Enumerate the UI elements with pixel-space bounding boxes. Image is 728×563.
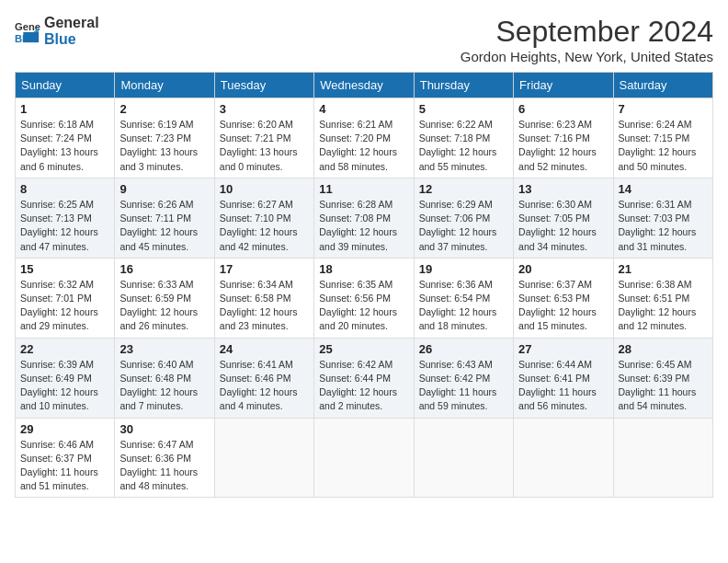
daylight-text: Daylight: 12 hours and 18 minutes.	[419, 305, 508, 333]
day-info: Sunrise: 6:36 AMSunset: 6:54 PMDaylight:…	[419, 278, 508, 334]
sunrise-text: Sunrise: 6:46 AM	[20, 438, 109, 452]
header-saturday: Saturday	[613, 73, 712, 98]
sunset-text: Sunset: 7:21 PM	[220, 132, 309, 145]
calendar-cell: 21Sunrise: 6:38 AMSunset: 6:51 PMDayligh…	[613, 258, 712, 338]
calendar-cell: 30Sunrise: 6:47 AMSunset: 6:36 PMDayligh…	[115, 418, 214, 498]
svg-text:Blue: Blue	[15, 33, 37, 44]
sunset-text: Sunset: 6:56 PM	[319, 292, 408, 305]
sunset-text: Sunset: 7:15 PM	[619, 132, 708, 145]
daylight-text: Daylight: 12 hours and 37 minutes.	[419, 225, 508, 253]
calendar-cell: 6Sunrise: 6:23 AMSunset: 7:16 PMDaylight…	[514, 98, 613, 178]
day-info: Sunrise: 6:25 AMSunset: 7:13 PMDaylight:…	[20, 198, 109, 254]
calendar-cell: 24Sunrise: 6:41 AMSunset: 6:46 PMDayligh…	[214, 338, 313, 418]
day-info: Sunrise: 6:40 AMSunset: 6:48 PMDaylight:…	[119, 358, 209, 414]
daylight-text: Daylight: 12 hours and 42 minutes.	[220, 225, 309, 253]
day-info: Sunrise: 6:24 AMSunset: 7:15 PMDaylight:…	[619, 118, 708, 174]
calendar-cell	[214, 418, 313, 498]
sunset-text: Sunset: 6:59 PM	[119, 292, 209, 305]
daylight-text: Daylight: 13 hours and 0 minutes.	[220, 145, 309, 173]
day-number: 3	[220, 102, 309, 116]
week-row-2: 8Sunrise: 6:25 AMSunset: 7:13 PMDaylight…	[16, 178, 713, 258]
header-tuesday: Tuesday	[214, 73, 313, 98]
day-info: Sunrise: 6:44 AMSunset: 6:41 PMDaylight:…	[518, 358, 608, 414]
sunrise-text: Sunrise: 6:40 AM	[119, 358, 209, 372]
week-row-5: 29Sunrise: 6:46 AMSunset: 6:37 PMDayligh…	[16, 418, 713, 498]
day-number: 15	[20, 262, 109, 276]
day-number: 11	[319, 182, 408, 196]
header-friday: Friday	[514, 73, 613, 98]
day-number: 25	[319, 342, 408, 356]
logo: General Blue General Blue	[15, 15, 99, 47]
sunset-text: Sunset: 6:41 PM	[518, 372, 608, 385]
calendar-cell: 1Sunrise: 6:18 AMSunset: 7:24 PMDaylight…	[16, 98, 115, 178]
calendar-cell: 22Sunrise: 6:39 AMSunset: 6:49 PMDayligh…	[16, 338, 115, 418]
daylight-text: Daylight: 12 hours and 12 minutes.	[619, 305, 708, 333]
sunset-text: Sunset: 6:44 PM	[319, 372, 408, 385]
calendar-cell: 16Sunrise: 6:33 AMSunset: 6:59 PMDayligh…	[115, 258, 214, 338]
sunrise-text: Sunrise: 6:26 AM	[119, 198, 209, 212]
day-number: 17	[220, 262, 309, 276]
header: General Blue General Blue September 2024…	[15, 15, 713, 64]
daylight-text: Daylight: 11 hours and 56 minutes.	[518, 385, 608, 413]
day-number: 29	[20, 422, 109, 436]
sunrise-text: Sunrise: 6:43 AM	[419, 358, 508, 372]
day-info: Sunrise: 6:42 AMSunset: 6:44 PMDaylight:…	[319, 358, 408, 414]
logo-general: General	[44, 15, 99, 31]
daylight-text: Daylight: 12 hours and 45 minutes.	[119, 225, 209, 253]
day-info: Sunrise: 6:43 AMSunset: 6:42 PMDaylight:…	[419, 358, 508, 414]
month-title: September 2024	[461, 15, 713, 49]
calendar-cell: 10Sunrise: 6:27 AMSunset: 7:10 PMDayligh…	[214, 178, 313, 258]
day-number: 18	[319, 262, 408, 276]
sunset-text: Sunset: 7:03 PM	[619, 212, 708, 225]
day-info: Sunrise: 6:26 AMSunset: 7:11 PMDaylight:…	[119, 198, 209, 254]
sunrise-text: Sunrise: 6:18 AM	[20, 118, 109, 132]
day-info: Sunrise: 6:41 AMSunset: 6:46 PMDaylight:…	[220, 358, 309, 414]
sunrise-text: Sunrise: 6:23 AM	[518, 118, 608, 132]
daylight-text: Daylight: 12 hours and 20 minutes.	[319, 305, 408, 333]
daylight-text: Daylight: 12 hours and 29 minutes.	[20, 305, 109, 333]
sunset-text: Sunset: 7:16 PM	[518, 132, 608, 145]
day-number: 12	[419, 182, 508, 196]
daylight-text: Daylight: 12 hours and 7 minutes.	[119, 385, 209, 413]
calendar-cell: 27Sunrise: 6:44 AMSunset: 6:41 PMDayligh…	[514, 338, 613, 418]
daylight-text: Daylight: 11 hours and 48 minutes.	[119, 465, 209, 493]
calendar-cell	[314, 418, 414, 498]
day-number: 23	[119, 342, 209, 356]
day-info: Sunrise: 6:34 AMSunset: 6:58 PMDaylight:…	[220, 278, 309, 334]
sunrise-text: Sunrise: 6:41 AM	[220, 358, 309, 372]
sunrise-text: Sunrise: 6:47 AM	[119, 438, 209, 452]
day-info: Sunrise: 6:30 AMSunset: 7:05 PMDaylight:…	[518, 198, 608, 254]
title-area: September 2024 Gordon Heights, New York,…	[461, 15, 713, 64]
daylight-text: Daylight: 12 hours and 52 minutes.	[518, 145, 608, 173]
sunset-text: Sunset: 6:39 PM	[619, 372, 708, 385]
day-number: 28	[619, 342, 708, 356]
day-info: Sunrise: 6:39 AMSunset: 6:49 PMDaylight:…	[20, 358, 109, 414]
sunrise-text: Sunrise: 6:19 AM	[119, 118, 209, 132]
calendar-cell: 26Sunrise: 6:43 AMSunset: 6:42 PMDayligh…	[414, 338, 513, 418]
sunset-text: Sunset: 6:49 PM	[20, 372, 109, 385]
sunset-text: Sunset: 7:23 PM	[119, 132, 209, 145]
sunset-text: Sunset: 6:54 PM	[419, 292, 508, 305]
weekday-header-row: Sunday Monday Tuesday Wednesday Thursday…	[16, 73, 713, 98]
sunset-text: Sunset: 7:08 PM	[319, 212, 408, 225]
logo-blue: Blue	[44, 31, 99, 48]
sunset-text: Sunset: 7:13 PM	[20, 212, 109, 225]
day-number: 5	[419, 102, 508, 116]
day-info: Sunrise: 6:37 AMSunset: 6:53 PMDaylight:…	[518, 278, 608, 334]
sunset-text: Sunset: 6:48 PM	[119, 372, 209, 385]
day-info: Sunrise: 6:19 AMSunset: 7:23 PMDaylight:…	[119, 118, 209, 174]
calendar-cell: 7Sunrise: 6:24 AMSunset: 7:15 PMDaylight…	[613, 98, 712, 178]
day-info: Sunrise: 6:35 AMSunset: 6:56 PMDaylight:…	[319, 278, 408, 334]
week-row-3: 15Sunrise: 6:32 AMSunset: 7:01 PMDayligh…	[16, 258, 713, 338]
sunrise-text: Sunrise: 6:39 AM	[20, 358, 109, 372]
header-wednesday: Wednesday	[314, 73, 414, 98]
header-sunday: Sunday	[16, 73, 115, 98]
calendar-cell: 12Sunrise: 6:29 AMSunset: 7:06 PMDayligh…	[414, 178, 513, 258]
day-number: 16	[119, 262, 209, 276]
day-info: Sunrise: 6:45 AMSunset: 6:39 PMDaylight:…	[619, 358, 708, 414]
sunrise-text: Sunrise: 6:37 AM	[518, 278, 608, 292]
day-info: Sunrise: 6:46 AMSunset: 6:37 PMDaylight:…	[20, 438, 109, 494]
header-monday: Monday	[115, 73, 214, 98]
sunrise-text: Sunrise: 6:25 AM	[20, 198, 109, 212]
daylight-text: Daylight: 11 hours and 51 minutes.	[20, 465, 109, 493]
